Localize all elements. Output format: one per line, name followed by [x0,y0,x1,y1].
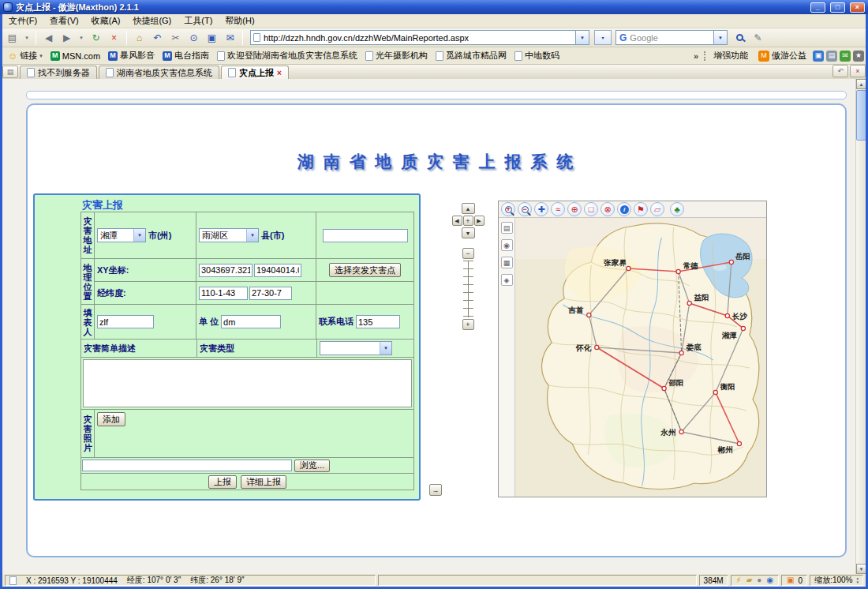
tab-disaster-report[interactable]: 灾点上报 × [221,66,289,79]
link-zhongdi[interactable]: 中地数码 [511,50,563,62]
submit-button[interactable]: 上报 [208,475,237,489]
eagle-eye-icon[interactable]: ◉ [501,239,513,251]
address-bar[interactable]: http://dzzh.hndh.gov.cn/dzzhWeb/MainRepo… [250,30,589,45]
address-dropdown-button[interactable]: ▼ [575,31,589,44]
link-baofeng[interactable]: M暴风影音 [104,50,159,62]
stop-button[interactable]: × [106,30,122,46]
longitude-input[interactable] [199,287,248,300]
maximize-button[interactable]: □ [830,2,845,13]
network-icon[interactable]: ◉ [766,576,773,584]
close-tab-icon[interactable]: × [277,69,282,77]
links-folder[interactable]: ☺ 链接 ▾ [4,50,47,62]
map-measure-button[interactable]: ≈ [551,202,565,216]
locate-icon[interactable]: ◈ [501,274,513,286]
refresh-button[interactable]: ↻ [88,30,104,46]
zoom-in-button[interactable]: + [462,319,474,330]
latitude-input[interactable] [249,287,292,300]
unit-input[interactable] [221,315,281,328]
pan-down-button[interactable]: ▼ [462,227,475,238]
pan-right-button[interactable]: ▶ [474,216,485,226]
map-identify-button[interactable]: i [617,202,631,216]
menu-help[interactable]: 帮助(H) [219,13,260,28]
menu-groups[interactable]: 快捷组(G) [126,13,178,28]
y-coordinate-input[interactable] [254,264,301,277]
link-photo-agency[interactable]: 光年摄影机构 [361,50,432,62]
legend-icon[interactable]: ▤ [501,222,513,234]
link-radio-guide[interactable]: M电台指南 [159,50,213,62]
scrollbar-thumb[interactable] [856,90,866,141]
search-engine-dropdown-button[interactable]: ▼ [713,31,727,44]
history-button[interactable]: ⊙ [185,30,202,46]
mail-button[interactable]: ✉ [222,30,238,46]
pan-up-button[interactable]: ▲ [462,203,475,214]
expand-panel-button[interactable]: → [429,484,442,496]
minimize-button[interactable]: _ [810,2,825,13]
folder-icon[interactable]: ▰ [746,576,753,584]
scroll-down-button[interactable]: ▼ [856,564,866,574]
map-select-rectangle-button[interactable]: □ [584,202,598,216]
map-clear-selection-button[interactable]: ⊗ [600,202,615,216]
scroll-up-button[interactable]: ▲ [856,79,866,89]
search-box[interactable]: G Google ▼ [615,30,728,45]
map-full-extent-button[interactable]: ⊕ [567,202,582,216]
enhance-features-button[interactable]: 增强功能 [709,50,752,62]
filter-icon[interactable]: ● [757,576,761,584]
city-select[interactable]: 湘潭 ▼ [97,228,146,242]
phone-input[interactable] [356,315,400,328]
map-mark-point-button[interactable]: ⚑ [634,202,648,216]
feed-icon[interactable]: ✉ [840,51,851,62]
favorites-panel-button[interactable]: ▤ [2,66,18,78]
x-coordinate-input[interactable] [199,264,253,277]
forward-button[interactable]: ▶ [58,30,75,46]
boost-icon[interactable]: ⚡ [736,576,742,584]
link-city-boutique[interactable]: 觅路城市精品网 [432,50,511,62]
reporter-name-input[interactable] [97,315,154,328]
pan-center-button[interactable]: + [463,216,473,226]
layer-list-icon[interactable]: ▦ [501,257,513,268]
menu-view[interactable]: 查看(V) [43,13,85,28]
search-go-button[interactable] [731,30,748,46]
cut-button[interactable]: ✂ [167,30,184,46]
link-disaster-system[interactable]: 欢迎登陆湖南省地质灾害信息系统 [213,50,361,62]
zoom-out-button[interactable]: − [462,248,474,259]
page-tool-icon[interactable]: ▤ [826,51,837,62]
menu-favorites[interactable]: 收藏(A) [85,13,127,28]
highlight-button[interactable]: ✎ [750,30,766,46]
zoom-spinner[interactable]: ▴ ▾ [856,576,859,584]
disaster-type-select[interactable]: ▼ [320,341,392,355]
map-canvas[interactable]: 张家界 常德 岳阳 吉首 益阳 长沙 怀化 娄底 湘潭 邵阳 衡阳 [515,218,766,497]
undo-closed-tab-button[interactable]: ↶ [832,65,848,77]
add-photo-button[interactable]: 添加 [97,412,125,426]
detail-address-input[interactable] [323,229,408,242]
browse-button[interactable]: 浏览... [294,460,330,472]
map-layers-button[interactable]: ♣ [670,202,684,216]
tab-disaster-info-system[interactable]: 湖南省地质灾害信息系统 [99,66,219,79]
menu-file[interactable]: 文件(F) [2,13,43,28]
menu-tools[interactable]: 工具(T) [178,13,219,28]
vertical-scrollbar[interactable]: ▲ ▼ [855,79,866,574]
new-page-button[interactable]: ▤ [4,30,21,46]
map-zoom-out-button[interactable]: − [518,202,532,216]
new-page-dropdown-button[interactable]: ▾ [22,30,32,46]
back-button[interactable]: ◀ [40,30,57,46]
map-eraser-button[interactable]: ▱ [650,202,664,216]
more-links-button[interactable]: » [690,51,702,61]
pick-disaster-point-button[interactable]: 选择突发灾害点 [329,263,401,277]
panel-icon[interactable]: ▣ [813,51,824,62]
map-zoom-in-button[interactable]: + [501,202,515,216]
plugin-icon[interactable]: ★ [853,51,864,62]
zoom-slider[interactable] [463,261,473,317]
maxthon-charity-button[interactable]: M 傲游公益 [752,50,810,62]
history-dropdown-button[interactable]: ▾ [77,30,86,46]
search-options-button[interactable]: ▾ [594,30,612,45]
address-input[interactable]: http://dzzh.hndh.gov.cn/dzzhWeb/MainRepo… [264,33,572,43]
detailed-submit-button[interactable]: 详细上报 [241,475,286,489]
undo-button[interactable]: ↶ [149,30,166,46]
county-select[interactable]: 雨湖区 ▼ [199,228,259,242]
capture-button[interactable]: ▣ [204,30,220,46]
close-button[interactable]: × [850,2,865,13]
link-msn[interactable]: MMSN.com [47,51,104,61]
close-current-tab-button[interactable]: × [850,65,866,77]
ad-block-shield-icon[interactable]: ▣ [787,576,794,584]
home-button[interactable]: ⌂ [131,30,148,46]
